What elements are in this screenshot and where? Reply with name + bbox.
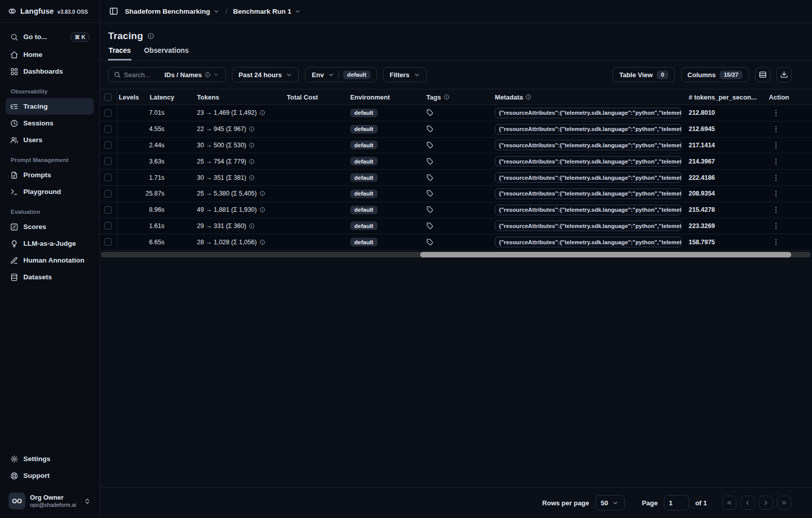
horizontal-scrollbar[interactable] — [101, 252, 810, 257]
sidebar-toggle-button[interactable] — [107, 5, 120, 18]
breadcrumb-separator: / — [225, 7, 227, 16]
row-actions-button[interactable] — [772, 174, 780, 182]
last-page-button[interactable] — [777, 496, 791, 510]
org-selector[interactable]: Shadeform Benchmarking — [125, 8, 220, 15]
sidebar-item-datasets[interactable]: Datasets — [6, 269, 94, 285]
tag-icon[interactable] — [426, 174, 433, 181]
tag-icon[interactable] — [426, 190, 433, 197]
sidebar-item-scores[interactable]: Scores — [6, 218, 94, 235]
metadata-value[interactable]: {"resourceAttributes":{"telemetry.sdk.la… — [495, 205, 682, 215]
metadata-value[interactable]: {"resourceAttributes":{"telemetry.sdk.la… — [495, 156, 682, 167]
sidebar-item-prompts[interactable]: Prompts — [6, 167, 94, 183]
project-selector[interactable]: Benchmark Run 1 — [233, 8, 301, 15]
sidebar-item-llm-as-a-judge[interactable]: LLM-as-a-Judge — [6, 235, 94, 252]
export-button[interactable] — [776, 67, 792, 82]
sidebar-item-settings[interactable]: Settings — [6, 450, 94, 467]
next-page-button[interactable] — [759, 496, 773, 510]
column-header-tags[interactable]: Tags — [421, 93, 489, 101]
sidebar-item-home[interactable]: Home — [6, 46, 94, 63]
table-row[interactable]: 2.44s30 → 500 (Σ 530)default{"resourceAt… — [100, 138, 812, 154]
tokens-per-second-cell: 212.8010 — [683, 109, 763, 116]
row-actions-button[interactable] — [772, 109, 780, 117]
section-label-observability: Observability — [11, 88, 94, 94]
table-row[interactable]: 1.71s30 → 351 (Σ 381)default{"resourceAt… — [100, 170, 812, 186]
tag-icon[interactable] — [426, 125, 433, 133]
table-row[interactable]: 4.55s22 → 945 (Σ 967)default{"resourceAt… — [100, 121, 812, 138]
table-row[interactable]: 6.65s28 → 1,028 (Σ 1,056)default{"resour… — [100, 234, 812, 250]
row-actions-button[interactable] — [772, 141, 780, 149]
scrollbar-thumb[interactable] — [420, 252, 791, 257]
first-page-button[interactable] — [722, 496, 736, 510]
sidebar-item-playground[interactable]: Playground — [6, 183, 94, 200]
sidebar-item-support[interactable]: Support — [6, 467, 94, 484]
goto-button[interactable]: Go to... ⌘ K — [6, 28, 94, 45]
sidebar-item-users[interactable]: Users — [6, 132, 94, 148]
row-checkbox[interactable] — [104, 206, 112, 214]
column-header-tokens[interactable]: Tokens — [191, 93, 281, 101]
metadata-value[interactable]: {"resourceAttributes":{"telemetry.sdk.la… — [495, 108, 682, 118]
row-checkbox[interactable] — [104, 109, 112, 117]
row-checkbox[interactable] — [104, 238, 112, 246]
columns-button[interactable]: Columns 15/27 — [681, 67, 749, 82]
sidebar-item-tracing[interactable]: Tracing — [6, 98, 94, 115]
sidebar-item-sessions[interactable]: Sessions — [6, 115, 94, 132]
tab-traces[interactable]: Traces — [108, 47, 131, 60]
column-header-environment[interactable]: Environment — [345, 93, 421, 101]
row-checkbox[interactable] — [104, 190, 112, 198]
column-header-action[interactable]: Action — [763, 93, 800, 101]
table-row[interactable]: 8.96s49 → 1,881 (Σ 1,930)default{"resour… — [100, 202, 812, 218]
tag-icon[interactable] — [426, 239, 433, 246]
column-header-metadata[interactable]: Metadata — [489, 93, 683, 101]
env-filter-button[interactable]: Env default — [305, 67, 377, 82]
sidebar-item-human-annotation[interactable]: Human Annotation — [6, 252, 94, 269]
tag-icon[interactable] — [426, 158, 433, 165]
row-checkbox[interactable] — [104, 125, 112, 133]
info-icon[interactable] — [147, 33, 154, 40]
table-row[interactable]: 7.01s23 → 1,469 (Σ 1,492)default{"resour… — [100, 105, 812, 121]
row-actions-button[interactable] — [772, 125, 780, 133]
metadata-value[interactable]: {"resourceAttributes":{"telemetry.sdk.la… — [495, 220, 682, 231]
table-row[interactable]: 1.61s29 → 331 (Σ 360)default{"resourceAt… — [100, 218, 812, 235]
user-menu[interactable]: OO Org Owner ops@shadeform.ai — [6, 490, 94, 512]
tag-icon[interactable] — [426, 109, 433, 116]
table-row[interactable]: 3.63s25 → 754 (Σ 779)default{"resourceAt… — [100, 153, 812, 170]
row-actions-button[interactable] — [772, 206, 780, 214]
column-header-latency[interactable]: Latency — [144, 93, 191, 101]
search-input[interactable] — [124, 71, 160, 79]
tag-icon[interactable] — [426, 142, 433, 149]
metadata-value[interactable]: {"resourceAttributes":{"telemetry.sdk.la… — [495, 140, 682, 150]
table-view-button[interactable]: Table View 0 — [613, 67, 674, 82]
table-row[interactable]: 25.87s25 → 5,380 (Σ 5,405)default{"resou… — [100, 186, 812, 202]
column-header-levels[interactable]: Levels — [117, 93, 144, 101]
row-actions-button[interactable] — [772, 238, 780, 246]
row-height-button[interactable] — [755, 67, 770, 82]
rows-per-page-select[interactable]: 50 — [595, 495, 625, 510]
time-range-button[interactable]: Past 24 hours — [232, 67, 299, 82]
row-checkbox[interactable] — [104, 141, 112, 149]
row-actions-button[interactable] — [772, 157, 780, 166]
metadata-value[interactable]: {"resourceAttributes":{"telemetry.sdk.la… — [495, 124, 682, 135]
row-checkbox[interactable] — [104, 174, 112, 181]
tab-observations[interactable]: Observations — [144, 47, 189, 60]
metadata-value[interactable]: {"resourceAttributes":{"telemetry.sdk.la… — [495, 172, 682, 183]
metadata-value[interactable]: {"resourceAttributes":{"telemetry.sdk.la… — [495, 237, 682, 247]
column-header-total-cost[interactable]: Total Cost — [281, 93, 345, 101]
tag-icon[interactable] — [426, 222, 433, 230]
select-all-checkbox[interactable] — [104, 93, 112, 101]
filters-button[interactable]: Filters — [383, 67, 427, 82]
page-number-input[interactable] — [664, 495, 689, 510]
row-actions-button[interactable] — [772, 222, 780, 230]
search-box[interactable]: IDs / Names — [108, 67, 226, 82]
metadata-cell: {"resourceAttributes":{"telemetry.sdk.la… — [489, 140, 683, 150]
row-checkbox[interactable] — [104, 157, 112, 165]
row-actions-button[interactable] — [772, 189, 780, 198]
tag-icon[interactable] — [426, 206, 433, 213]
latency-cell: 3.63s — [144, 158, 191, 165]
row-checkbox[interactable] — [104, 222, 112, 230]
column-header-tokens-per-secon[interactable]: # tokens_per_secon... — [683, 93, 763, 101]
metadata-value[interactable]: {"resourceAttributes":{"telemetry.sdk.la… — [495, 188, 682, 199]
previous-page-button[interactable] — [740, 496, 755, 510]
search-type-select[interactable]: IDs / Names — [164, 71, 219, 79]
sidebar-item-label: Dashboards — [23, 68, 63, 75]
sidebar-item-dashboards[interactable]: Dashboards — [6, 63, 94, 80]
